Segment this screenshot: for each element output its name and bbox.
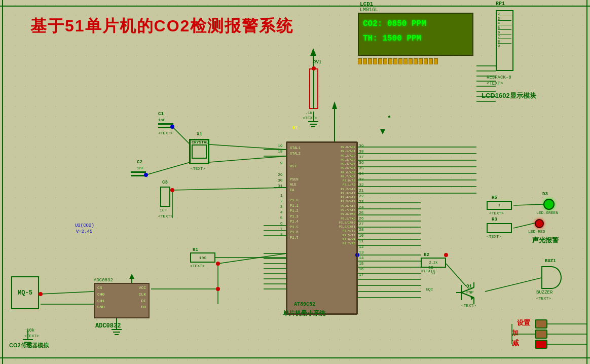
svg-point-67 [170,188,174,192]
r3-label: R3 [492,217,497,222]
c3-value: 1uF [160,208,167,212]
svg-point-69 [444,253,448,257]
increase-label: 加 [512,329,519,338]
r5-label: R5 [492,195,497,200]
r1-value: 100 [199,256,206,260]
rv1-label: RV1 [313,60,321,65]
mq5-sensor: MQ-5 [11,276,39,309]
lcd-pin [383,58,387,64]
crystal-text: CRYSTAL [192,140,209,144]
c2-value: 1nF [137,166,144,170]
respack-text-label: RESPACK-8 [487,75,511,80]
svg-marker-78 [380,129,385,134]
c2-symbol [131,171,146,178]
mcu-chip: XTAL1 XTAL2 RST PSEN ALE EA P1.0 P1.1 P1… [286,142,357,314]
c1-label: C1 [158,112,164,117]
lcd-pin [398,58,402,64]
buzzer-value: <TEXT> [536,296,551,301]
add-button-sym[interactable] [535,330,547,339]
lcd-pin [358,58,362,64]
c3-text: <TEXT> [158,214,173,219]
10k-label: 10k [26,328,34,333]
svg-marker-41 [310,48,316,56]
increase-button-area: 加 [512,329,519,338]
rv1-symbol [309,68,318,109]
lcd-pin [414,58,418,64]
lcd-line1: CO2: 0850 PPM [363,17,468,31]
adc-u2-label: ADC0832 [94,278,113,283]
set-button-sym[interactable] [535,319,547,329]
buz1-label: BUZ1 [545,259,556,264]
decrease-label: 减 [512,339,519,348]
r2-symbol: 2.2k [421,258,446,268]
u2-label: U2(CO2) [75,223,94,228]
lcd-pin [434,58,438,64]
c1-value: 1nF [158,118,165,122]
decrease-button-area: 减 [512,339,519,348]
lcd-pin [403,58,408,64]
svg-line-35 [209,144,286,150]
lcd-pin [419,58,423,64]
alarm-label: 声光报警 [532,236,559,245]
crystal-text2: <TEXT> [191,166,205,171]
lcd-pin [393,58,397,64]
svg-line-56 [513,204,543,205]
page-title: 基于51单片机的CO2检测报警系统 [30,15,293,38]
lcd-pin [363,58,367,64]
10k-text: <TEXT> [24,334,39,338]
svg-line-37 [172,127,190,144]
mq5-text: MQ-5 [18,289,32,297]
svg-line-57 [513,223,535,228]
r5-text: <TEXT> [489,211,504,215]
st-label: ST [431,271,436,275]
lcd-pin [368,58,372,64]
r2-value: 2.2k [429,261,438,265]
lcd-component-label: LCD1 [360,1,373,7]
svg-line-55 [485,278,541,292]
lcd-model-label: LM016L [360,7,378,13]
buzzer-text: BUZZER [536,290,552,295]
respack-module-text: <TEXT> [487,81,503,86]
led-green-component [543,199,555,210]
adc-chip: CS CH0 CH1 GND VCC CLK DI DO [94,283,150,318]
svg-point-71 [216,287,220,291]
lcd-pin [424,58,428,64]
r5-symbol: 1 [487,201,512,210]
lcd-pin-row [358,58,438,64]
rp1-label: RP1 [496,1,505,7]
mcu-system-label: 单片机最小系统 [283,309,325,318]
svg-line-51 [41,292,94,294]
adc-name-label: ADC0832 [95,322,121,330]
buzzer-symbol [541,266,562,289]
r1-label: R1 [193,247,198,252]
circuit-diagram: 基于51单片机的CO2检测报警系统 LCD1 LM016L CO2: 0850 … [0,0,590,364]
svg-marker-75 [332,101,337,109]
mcu-chip-name: AT89C52 [294,302,315,307]
lcd-screen: CO2: 0850 PPM TH: 1500 PPM [358,13,473,56]
r5-value: 1 [498,203,500,207]
u2-voltage: V=2.45 [76,229,92,234]
eqc-label: EQC [426,287,433,292]
lcd-pin [429,58,433,64]
rv1-value: .1k [305,111,312,115]
dec-button-sym[interactable] [535,340,547,349]
svg-line-39 [172,188,286,190]
r3-text: <TEXT> [487,234,501,239]
lcd-line2: TH: 1500 PPM [363,31,468,46]
mcu-u1-label: U1 [292,126,298,131]
r1-symbol: 100 [190,252,215,263]
svg-line-38 [146,162,190,175]
sensor-module-label: CO2传感器模拟 [9,342,49,349]
q1-text: <TEXT> [461,303,476,308]
svg-point-72 [39,292,43,296]
led-red-component [535,219,544,228]
set-label: 设置 [517,318,530,327]
r3-symbol [487,223,512,233]
svg-line-49 [218,253,286,264]
led-green-text: LED-GREEN [536,210,558,215]
lcd-pin [409,58,413,64]
svg-line-36 [209,156,286,162]
power-label-top: ▲ [388,114,390,119]
c3-label: C3 [162,180,168,185]
c2-label: C2 [137,160,142,165]
